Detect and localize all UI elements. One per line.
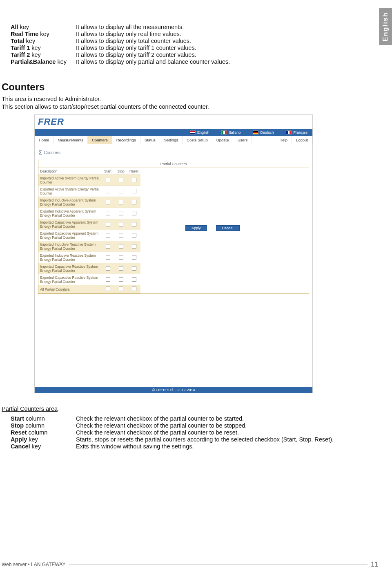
checkbox[interactable]	[119, 222, 123, 226]
checkbox-cell	[101, 241, 114, 252]
footer-text: Web server • LAN GATEWAY	[2, 562, 69, 567]
checkbox-cell	[114, 285, 127, 293]
lang-it[interactable]: Italiano	[221, 130, 241, 134]
checkbox[interactable]	[119, 178, 123, 182]
checkbox[interactable]	[132, 244, 136, 249]
panel-table-area: DescriptionStartStopResetImported Active…	[38, 168, 140, 293]
lang-en[interactable]: English	[190, 130, 209, 134]
row-description: All Partial Counters	[38, 285, 101, 293]
menu-home[interactable]: Home	[35, 136, 53, 144]
checkbox[interactable]	[119, 189, 123, 193]
row-description: Exported Capacitive Apparent System Ener…	[38, 230, 101, 241]
language-bar: EnglishItalianoDeutschFrançais	[35, 129, 312, 136]
checkbox[interactable]	[106, 189, 110, 193]
ss-footer: © FRER S.r.l. - 2012-2014	[35, 387, 312, 393]
checkbox[interactable]	[119, 233, 123, 237]
cancel-button[interactable]: Cancel	[216, 225, 240, 231]
lang-fr[interactable]: Français	[286, 130, 307, 134]
checkbox-cell	[127, 219, 140, 230]
kv-value: It allows to display only tariff 1 count…	[76, 45, 368, 51]
panel-title: Partial Counters	[38, 160, 309, 168]
row-description: Exported Inductive Reactive System Energ…	[38, 252, 101, 263]
checkbox-cell	[114, 252, 127, 263]
menu-logout[interactable]: Logout	[292, 136, 312, 144]
menu-settings[interactable]: Settings	[160, 136, 183, 144]
checkbox[interactable]	[132, 266, 136, 271]
checkbox-cell	[127, 230, 140, 241]
row-description: Exported Inductive Apparent System Energ…	[38, 208, 101, 219]
menu-status[interactable]: Status	[140, 136, 160, 144]
flag-icon	[286, 130, 292, 134]
checkbox[interactable]	[106, 266, 110, 271]
checkbox[interactable]	[132, 178, 136, 182]
checkbox[interactable]	[119, 287, 123, 291]
kv-row: Total keyIt allows to display only total…	[11, 38, 368, 44]
checkbox[interactable]	[106, 244, 110, 249]
partial-counters-area-heading: Partial Counters area	[2, 405, 368, 412]
breadcrumb: Σ Counters	[38, 148, 309, 160]
checkbox-cell	[101, 285, 114, 293]
menu-counters[interactable]: Counters	[88, 136, 112, 144]
checkbox[interactable]	[106, 211, 110, 215]
kv-label: Tariff 1 key	[11, 45, 76, 51]
menu-help[interactable]: Help	[275, 136, 292, 144]
page-content: All keyIt allows to display all the meas…	[0, 0, 392, 450]
row-description: Imported Active System Energy Partial Co…	[38, 175, 101, 186]
checkbox[interactable]	[106, 277, 110, 282]
row-description: Imported Capacitive Reactive System Ener…	[38, 263, 101, 274]
checkbox-cell	[127, 197, 140, 208]
ss-header: FRER EnglishItalianoDeutschFrançais Home…	[35, 115, 312, 144]
lang-label: Français	[293, 130, 307, 134]
kv-row: Partial&Balance keyIt allows to display …	[11, 58, 368, 65]
row-description: Imported Inductive Apparent System Energ…	[38, 197, 101, 208]
menu-costs-setup[interactable]: Costs Setup	[183, 136, 212, 144]
menu-users[interactable]: Users	[233, 136, 252, 144]
checkbox-cell	[101, 186, 114, 197]
checkbox-cell	[101, 219, 114, 230]
menu-measurements[interactable]: Measurements	[53, 136, 88, 144]
partial-counters-panel: Partial Counters DescriptionStartStopRes…	[38, 160, 309, 294]
col-description: Description	[38, 168, 101, 175]
panel-inner: DescriptionStartStopResetImported Active…	[38, 168, 309, 293]
checkbox[interactable]	[132, 200, 136, 204]
checkbox[interactable]	[106, 255, 110, 260]
checkbox[interactable]	[132, 222, 136, 226]
kv-label: Real Time key	[11, 31, 76, 37]
table-row: All Partial Counters	[38, 285, 140, 293]
checkbox[interactable]	[119, 266, 123, 271]
kv-row: All keyIt allows to display all the meas…	[11, 24, 368, 30]
lang-de[interactable]: Deutsch	[253, 130, 274, 134]
checkbox[interactable]	[132, 287, 136, 291]
kv-label: Start column	[11, 415, 76, 422]
menu-update[interactable]: Update	[212, 136, 234, 144]
kv-value: It allows to display only real time valu…	[76, 31, 368, 37]
checkbox[interactable]	[132, 233, 136, 237]
checkbox[interactable]	[106, 200, 110, 204]
checkbox[interactable]	[106, 178, 110, 182]
checkbox[interactable]	[132, 255, 136, 260]
table-row: Exported Active System Energy Partial Co…	[38, 186, 140, 197]
checkbox[interactable]	[119, 211, 123, 215]
checkbox[interactable]	[119, 277, 123, 282]
apply-button[interactable]: Apply	[185, 225, 207, 231]
checkbox[interactable]	[119, 244, 123, 249]
checkbox[interactable]	[119, 200, 123, 204]
checkbox[interactable]	[106, 233, 110, 237]
kv-row: Cancel keyExits this window without savi…	[11, 443, 368, 450]
kv-label: All key	[11, 24, 76, 30]
checkbox-cell	[114, 208, 127, 219]
checkbox[interactable]	[106, 287, 110, 291]
intro-text: This area is reserved to Administrator. …	[2, 95, 368, 110]
checkbox[interactable]	[132, 211, 136, 215]
kv-label: Cancel key	[11, 443, 76, 450]
checkbox-cell	[101, 252, 114, 263]
checkbox[interactable]	[132, 277, 136, 282]
checkbox[interactable]	[119, 255, 123, 260]
checkbox-cell	[114, 230, 127, 241]
checkbox-cell	[127, 252, 140, 263]
checkbox-cell	[114, 175, 127, 186]
menu-recordings[interactable]: Recordings	[112, 136, 140, 144]
checkbox[interactable]	[132, 189, 136, 193]
checkbox-cell	[127, 274, 140, 285]
checkbox[interactable]	[106, 222, 110, 226]
